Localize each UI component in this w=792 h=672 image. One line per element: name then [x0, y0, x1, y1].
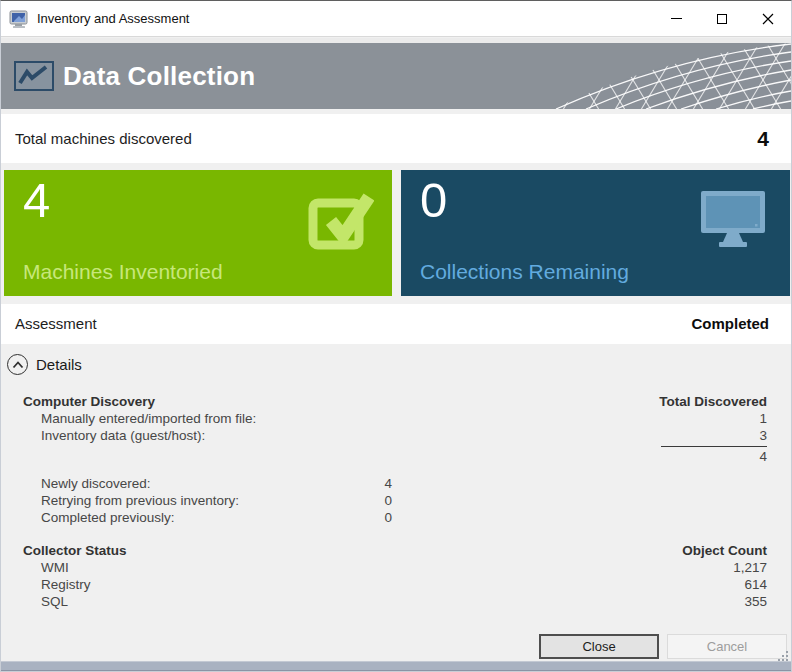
computer-discovery-header: Computer Discovery	[23, 393, 155, 410]
details-toggle[interactable]: Details	[1, 349, 791, 385]
window-bottom-border	[1, 661, 791, 671]
collector-status-header-row: Collector Status Object Count	[1, 542, 791, 559]
computer-discovery-header-row: Computer Discovery Total Discovered	[1, 393, 791, 410]
stat-row-completed-previously: Completed previously: 0	[1, 509, 791, 526]
row-value: 3	[759, 427, 767, 444]
machines-inventoried-count: 4	[23, 172, 50, 228]
row-label: Inventory data (guest/host):	[41, 427, 205, 444]
row-label: Completed previously:	[41, 509, 175, 526]
total-machines-row: Total machines discovered 4	[1, 114, 791, 163]
machines-inventoried-label: Machines Inventoried	[23, 260, 223, 284]
row-label: WMI	[41, 559, 69, 576]
row-value: 0	[384, 492, 392, 509]
row-label: SQL	[41, 593, 68, 610]
window-title: Inventory and Assessment	[37, 11, 189, 26]
machines-inventoried-tile: 4 Machines Inventoried	[4, 170, 392, 296]
wireframe-mesh-graphic	[541, 43, 791, 109]
title-bar: Inventory and Assessment	[1, 1, 791, 37]
collector-row-registry: Registry 614	[1, 576, 791, 593]
collections-remaining-tile: 0 Collections Remaining	[401, 170, 790, 296]
total-discovered-header: Total Discovered	[659, 393, 767, 410]
page-header: Data Collection	[1, 43, 791, 109]
row-value: 1,217	[733, 559, 767, 576]
stat-row-newly-discovered: Newly discovered: 4	[1, 475, 791, 492]
close-window-button[interactable]	[745, 1, 791, 36]
sum-divider-line	[661, 446, 767, 447]
discovery-row-manual: Manually entered/imported from file: 1	[1, 410, 791, 427]
object-count-header: Object Count	[682, 542, 767, 559]
assessment-status: Completed	[691, 304, 769, 344]
total-machines-label: Total machines discovered	[15, 114, 192, 163]
chevron-up-circle-icon	[7, 354, 28, 375]
row-label: Newly discovered:	[41, 475, 151, 492]
row-label: Manually entered/imported from file:	[41, 410, 256, 427]
minimize-button[interactable]	[653, 1, 699, 36]
close-icon	[762, 13, 774, 25]
stat-row-retrying: Retrying from previous inventory: 0	[1, 492, 791, 509]
collections-remaining-label: Collections Remaining	[420, 260, 629, 284]
row-value: 614	[744, 576, 767, 593]
page-title: Data Collection	[63, 43, 255, 109]
computer-app-icon	[9, 9, 31, 29]
discovery-total-value: 4	[759, 448, 767, 465]
row-value: 4	[384, 475, 392, 492]
row-label: Retrying from previous inventory:	[41, 492, 239, 509]
window-controls	[653, 1, 791, 36]
row-value: 0	[384, 509, 392, 526]
cancel-button: Cancel	[667, 634, 787, 659]
collector-row-sql: SQL 355	[1, 593, 791, 610]
maximize-button[interactable]	[699, 1, 745, 36]
collector-row-wmi: WMI 1,217	[1, 559, 791, 576]
minimize-icon	[671, 18, 682, 19]
line-chart-icon	[14, 61, 54, 91]
assessment-label: Assessment	[15, 304, 97, 344]
resize-grip[interactable]	[778, 651, 788, 661]
dialog-window: Inventory and Assessment	[0, 0, 792, 672]
discovery-row-inventory: Inventory data (guest/host): 3	[1, 427, 791, 444]
collections-remaining-count: 0	[420, 172, 447, 228]
maximize-icon	[717, 14, 727, 24]
row-label: Registry	[41, 576, 91, 593]
checkbox-checked-icon	[306, 186, 374, 252]
details-label: Details	[36, 349, 82, 381]
discovery-total-row: 4	[1, 448, 791, 465]
row-value: 355	[744, 593, 767, 610]
assessment-row: Assessment Completed	[1, 304, 791, 344]
total-machines-value: 4	[757, 114, 769, 163]
collector-status-header: Collector Status	[23, 542, 127, 559]
close-button[interactable]: Close	[539, 634, 659, 659]
row-value: 1	[759, 410, 767, 427]
monitor-icon	[698, 188, 768, 248]
